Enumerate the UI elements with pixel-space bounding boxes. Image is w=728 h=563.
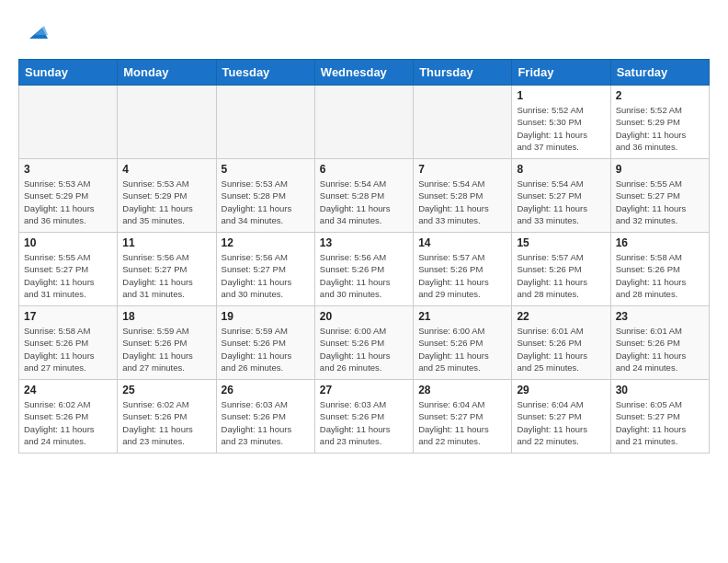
day-number: 23 xyxy=(616,310,704,323)
calendar-cell: 1Sunrise: 5:52 AM Sunset: 5:30 PM Daylig… xyxy=(512,86,610,159)
day-detail: Sunrise: 6:01 AM Sunset: 5:26 PM Dayligh… xyxy=(616,325,704,373)
day-number: 19 xyxy=(222,310,310,323)
calendar-cell: 18Sunrise: 5:59 AM Sunset: 5:26 PM Dayli… xyxy=(118,306,216,380)
calendar-cell: 15Sunrise: 5:57 AM Sunset: 5:26 PM Dayli… xyxy=(512,233,610,306)
day-detail: Sunrise: 6:02 AM Sunset: 5:26 PM Dayligh… xyxy=(24,398,112,447)
day-number: 17 xyxy=(24,310,112,323)
weekday-header-monday: Monday xyxy=(118,60,216,86)
day-detail: Sunrise: 5:56 AM Sunset: 5:26 PM Dayligh… xyxy=(320,251,408,300)
day-number: 8 xyxy=(517,163,605,176)
calendar-cell: 13Sunrise: 5:56 AM Sunset: 5:26 PM Dayli… xyxy=(314,233,413,306)
day-number: 25 xyxy=(122,384,210,396)
logo-icon xyxy=(22,18,50,50)
calendar-cell: 30Sunrise: 6:05 AM Sunset: 5:27 PM Dayli… xyxy=(610,380,709,454)
day-number: 30 xyxy=(616,384,704,396)
day-detail: Sunrise: 6:04 AM Sunset: 5:27 PM Dayligh… xyxy=(418,398,506,447)
week-row-5: 24Sunrise: 6:02 AM Sunset: 5:26 PM Dayli… xyxy=(19,380,710,454)
day-detail: Sunrise: 5:52 AM Sunset: 5:29 PM Dayligh… xyxy=(616,104,704,153)
day-number: 21 xyxy=(418,310,506,323)
calendar-cell: 22Sunrise: 6:01 AM Sunset: 5:26 PM Dayli… xyxy=(512,306,610,380)
weekday-header-sunday: Sunday xyxy=(19,60,118,86)
day-detail: Sunrise: 5:53 AM Sunset: 5:29 PM Dayligh… xyxy=(24,178,112,226)
day-detail: Sunrise: 6:03 AM Sunset: 5:26 PM Dayligh… xyxy=(222,398,310,447)
calendar-cell: 8Sunrise: 5:54 AM Sunset: 5:27 PM Daylig… xyxy=(512,159,610,233)
calendar-cell: 2Sunrise: 5:52 AM Sunset: 5:29 PM Daylig… xyxy=(610,86,709,159)
day-number: 20 xyxy=(320,310,408,323)
calendar-cell: 27Sunrise: 6:03 AM Sunset: 5:26 PM Dayli… xyxy=(314,380,413,454)
day-detail: Sunrise: 5:52 AM Sunset: 5:30 PM Dayligh… xyxy=(517,104,605,153)
day-number: 26 xyxy=(222,384,310,396)
day-detail: Sunrise: 5:57 AM Sunset: 5:26 PM Dayligh… xyxy=(418,251,506,300)
day-detail: Sunrise: 5:57 AM Sunset: 5:26 PM Dayligh… xyxy=(517,251,605,300)
week-row-4: 17Sunrise: 5:58 AM Sunset: 5:26 PM Dayli… xyxy=(19,306,710,380)
calendar-cell: 17Sunrise: 5:58 AM Sunset: 5:26 PM Dayli… xyxy=(19,306,118,380)
calendar-cell xyxy=(118,86,216,159)
day-number: 1 xyxy=(517,89,605,102)
day-number: 3 xyxy=(24,163,112,176)
weekday-header-tuesday: Tuesday xyxy=(216,60,314,86)
day-detail: Sunrise: 6:04 AM Sunset: 5:27 PM Dayligh… xyxy=(517,398,605,447)
calendar-cell: 23Sunrise: 6:01 AM Sunset: 5:26 PM Dayli… xyxy=(610,306,709,380)
day-detail: Sunrise: 5:59 AM Sunset: 5:26 PM Dayligh… xyxy=(122,325,210,373)
day-detail: Sunrise: 5:56 AM Sunset: 5:27 PM Dayligh… xyxy=(122,251,210,300)
weekday-header-friday: Friday xyxy=(512,60,610,86)
calendar-cell: 9Sunrise: 5:55 AM Sunset: 5:27 PM Daylig… xyxy=(610,159,709,233)
day-number: 9 xyxy=(616,163,704,176)
day-detail: Sunrise: 5:59 AM Sunset: 5:26 PM Dayligh… xyxy=(222,325,310,373)
calendar-cell: 28Sunrise: 6:04 AM Sunset: 5:27 PM Dayli… xyxy=(414,380,512,454)
weekday-header-saturday: Saturday xyxy=(610,60,709,86)
day-detail: Sunrise: 5:54 AM Sunset: 5:27 PM Dayligh… xyxy=(517,178,605,226)
day-detail: Sunrise: 6:02 AM Sunset: 5:26 PM Dayligh… xyxy=(122,398,210,447)
day-detail: Sunrise: 5:55 AM Sunset: 5:27 PM Dayligh… xyxy=(616,178,704,226)
week-row-1: 1Sunrise: 5:52 AM Sunset: 5:30 PM Daylig… xyxy=(19,86,710,159)
day-number: 4 xyxy=(122,163,210,176)
day-detail: Sunrise: 6:03 AM Sunset: 5:26 PM Dayligh… xyxy=(320,398,408,447)
day-detail: Sunrise: 5:56 AM Sunset: 5:27 PM Dayligh… xyxy=(222,251,310,300)
day-number: 15 xyxy=(517,236,605,249)
calendar-cell: 10Sunrise: 5:55 AM Sunset: 5:27 PM Dayli… xyxy=(19,233,118,306)
calendar-cell xyxy=(216,86,314,159)
calendar-table: SundayMondayTuesdayWednesdayThursdayFrid… xyxy=(18,59,710,454)
day-detail: Sunrise: 6:01 AM Sunset: 5:26 PM Dayligh… xyxy=(517,325,605,373)
weekday-header-thursday: Thursday xyxy=(414,60,512,86)
day-detail: Sunrise: 5:53 AM Sunset: 5:28 PM Dayligh… xyxy=(222,178,310,226)
day-number: 11 xyxy=(122,236,210,249)
calendar-cell: 26Sunrise: 6:03 AM Sunset: 5:26 PM Dayli… xyxy=(216,380,314,454)
calendar-cell xyxy=(414,86,512,159)
day-number: 14 xyxy=(418,236,506,249)
header xyxy=(18,18,710,50)
calendar-cell: 14Sunrise: 5:57 AM Sunset: 5:26 PM Dayli… xyxy=(414,233,512,306)
day-number: 28 xyxy=(418,384,506,396)
week-row-3: 10Sunrise: 5:55 AM Sunset: 5:27 PM Dayli… xyxy=(19,233,710,306)
day-number: 2 xyxy=(616,89,704,102)
day-number: 10 xyxy=(24,236,112,249)
svg-marker-1 xyxy=(35,26,48,35)
day-number: 5 xyxy=(222,163,310,176)
calendar-cell: 29Sunrise: 6:04 AM Sunset: 5:27 PM Dayli… xyxy=(512,380,610,454)
day-detail: Sunrise: 6:00 AM Sunset: 5:26 PM Dayligh… xyxy=(418,325,506,373)
weekday-header-wednesday: Wednesday xyxy=(314,60,413,86)
day-number: 16 xyxy=(616,236,704,249)
calendar-cell: 5Sunrise: 5:53 AM Sunset: 5:28 PM Daylig… xyxy=(216,159,314,233)
calendar-cell: 20Sunrise: 6:00 AM Sunset: 5:26 PM Dayli… xyxy=(314,306,413,380)
weekday-header-row: SundayMondayTuesdayWednesdayThursdayFrid… xyxy=(19,60,710,86)
day-detail: Sunrise: 5:55 AM Sunset: 5:27 PM Dayligh… xyxy=(24,251,112,300)
day-detail: Sunrise: 5:58 AM Sunset: 5:26 PM Dayligh… xyxy=(24,325,112,373)
calendar-cell: 21Sunrise: 6:00 AM Sunset: 5:26 PM Dayli… xyxy=(414,306,512,380)
calendar-cell: 24Sunrise: 6:02 AM Sunset: 5:26 PM Dayli… xyxy=(19,380,118,454)
calendar-cell: 12Sunrise: 5:56 AM Sunset: 5:27 PM Dayli… xyxy=(216,233,314,306)
day-number: 24 xyxy=(24,384,112,396)
day-number: 6 xyxy=(320,163,408,176)
calendar-cell: 3Sunrise: 5:53 AM Sunset: 5:29 PM Daylig… xyxy=(19,159,118,233)
day-number: 27 xyxy=(320,384,408,396)
day-detail: Sunrise: 6:00 AM Sunset: 5:26 PM Dayligh… xyxy=(320,325,408,373)
calendar-cell: 11Sunrise: 5:56 AM Sunset: 5:27 PM Dayli… xyxy=(118,233,216,306)
day-detail: Sunrise: 5:54 AM Sunset: 5:28 PM Dayligh… xyxy=(418,178,506,226)
day-number: 18 xyxy=(122,310,210,323)
day-number: 7 xyxy=(418,163,506,176)
day-number: 22 xyxy=(517,310,605,323)
calendar-cell: 4Sunrise: 5:53 AM Sunset: 5:29 PM Daylig… xyxy=(118,159,216,233)
page: SundayMondayTuesdayWednesdayThursdayFrid… xyxy=(0,0,728,463)
calendar-cell: 7Sunrise: 5:54 AM Sunset: 5:28 PM Daylig… xyxy=(414,159,512,233)
calendar-cell xyxy=(314,86,413,159)
